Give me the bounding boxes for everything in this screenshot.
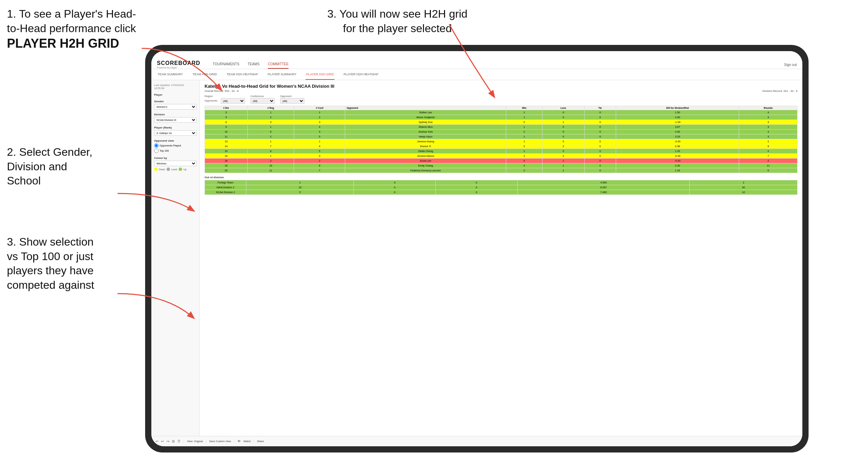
nav-committee[interactable]: COMMITTEE	[268, 62, 289, 69]
nav-teams[interactable]: TEAMS	[248, 62, 260, 69]
cell-div: 13	[205, 139, 248, 144]
cell-tie: 0	[584, 149, 616, 154]
opponents-played-option[interactable]: Opponents Played	[154, 143, 197, 148]
logo-sub: Powered by clippd	[157, 66, 200, 69]
col-header-rounds: Rounds	[739, 106, 798, 110]
cell-loss: 2	[542, 154, 584, 159]
tablet-frame: SCOREBOARD Powered by clippd TOURNAMENTS…	[145, 45, 809, 452]
cell-tie: 0	[584, 125, 616, 130]
table-row: 15 8 5 Stella Cheng 1 0 0 1.25 4	[205, 149, 798, 154]
cell-opponent: Heejo Hyun	[345, 134, 506, 139]
cell-rounds: 4	[739, 130, 798, 134]
sign-out-link[interactable]: Sign out	[784, 63, 797, 69]
table-header-row: # Div # Reg # Conf Opponent Win Loss Tie…	[205, 106, 798, 110]
sub-nav-team-h2h-heatmap[interactable]: TEAM H2H HEATMAP	[226, 69, 259, 80]
save-custom-btn[interactable]: Save Custom View	[209, 440, 231, 443]
sub-nav-player-h2h-heatmap[interactable]: PLAYER H2H HEATMAP	[343, 69, 379, 80]
watch-btn[interactable]: Watch	[244, 440, 251, 443]
cell-tie: 0	[584, 139, 616, 144]
cell-div: 15	[205, 149, 248, 154]
cell-loss: 0	[542, 149, 584, 154]
cell-diff: 4.00	[616, 130, 739, 134]
cell-out-diff: 4.500	[517, 180, 690, 185]
toolbar-sep3: |	[234, 440, 235, 443]
col-header-reg: # Reg	[247, 106, 294, 110]
toolbar-sep2: |	[206, 440, 206, 443]
app-container: SCOREBOARD Powered by clippd TOURNAMENTS…	[151, 51, 802, 446]
cell-reg: 2	[247, 115, 294, 120]
cell-out-win: 15	[246, 185, 354, 190]
cell-rounds: 11	[739, 163, 798, 168]
cell-win: 1	[506, 115, 542, 120]
opponents-played-radio[interactable]	[154, 143, 159, 148]
col-header-diff: Diff Av Strokes/Rnd	[616, 106, 739, 110]
player-rank-select[interactable]: 8. Katelyn Vo	[154, 130, 197, 136]
cell-win: 4	[506, 163, 542, 168]
cell-tie: 0	[584, 130, 616, 134]
cell-loss: 1	[542, 163, 584, 168]
cell-opponent: Federica Domecq Lacroze	[345, 168, 506, 173]
colour-label-down: Down	[159, 168, 165, 171]
cell-loss: 0	[542, 110, 584, 115]
sub-nav-player-h2h-grid[interactable]: PLAYER H2H GRID	[305, 69, 334, 80]
cell-reg: 3	[247, 120, 294, 125]
cell-win: 2	[506, 168, 542, 173]
sub-nav-player-summary[interactable]: PLAYER SUMMARY	[267, 69, 297, 80]
cell-div: 16	[205, 154, 248, 159]
cell-opponent: Sydney Kuo	[345, 120, 506, 125]
cell-tie: 0	[584, 159, 616, 163]
top-100-radio[interactable]	[154, 149, 159, 153]
table-row: 14 7 4 Eunice Yi 2 2 0 0.38 9	[205, 144, 798, 149]
division-select[interactable]: NCAA Division III	[154, 117, 197, 123]
opponents-select[interactable]: (All)	[221, 98, 245, 104]
redo-icon[interactable]: ↪	[167, 439, 169, 443]
cell-conf: 3	[294, 130, 345, 134]
top-100-option[interactable]: Top 100	[154, 149, 197, 153]
cell-loss: 1	[542, 159, 584, 163]
toolbar-sep1: |	[183, 440, 184, 443]
table-row: 19 10 6 Emily Chang 4 1 0 0.30 11	[205, 163, 798, 168]
copy-icon[interactable]: ⧉	[172, 439, 174, 444]
table-row: 3 1 1 Esther Lee 1 0 0 1.50 4	[205, 110, 798, 115]
division-section: Division NCAA Division III	[154, 113, 197, 123]
logo-text: SCOREBOARD	[157, 60, 200, 66]
cell-out-win: 1	[246, 180, 354, 185]
share-btn[interactable]: Share	[257, 440, 264, 443]
colour-dot-level	[167, 168, 170, 171]
cell-reg: 2	[247, 159, 294, 163]
cell-win: 1	[506, 110, 542, 115]
instruction-mid-left: 2. Select Gender, Division and School	[7, 145, 131, 188]
cell-loss: 0	[542, 139, 584, 144]
colour-by-label: Colour by	[154, 156, 197, 160]
view-original-btn[interactable]: View: Original	[187, 440, 203, 443]
cell-rounds: 2	[739, 139, 798, 144]
sub-nav-team-h2h-grid[interactable]: TEAM H2H GRID	[192, 69, 218, 80]
cell-diff: -3.00	[616, 139, 739, 144]
grid-record-row: Overall Record: 353 - 34 - 6 Division Re…	[205, 89, 798, 93]
division-record: Division Record: 331 - 34 - 6	[763, 89, 798, 93]
cell-out-label: Foreign Team	[205, 180, 246, 185]
nav-tournaments[interactable]: TOURNAMENTS	[213, 62, 239, 69]
player-section: Player	[154, 93, 197, 96]
undo-icon[interactable]: ↩	[155, 439, 158, 443]
cell-div: 9	[205, 125, 248, 130]
cell-loss: 2	[542, 144, 584, 149]
cell-win: 2	[506, 130, 542, 134]
opponent-select[interactable]: (All)	[280, 98, 304, 104]
sub-nav-team-summary[interactable]: TEAM SUMMARY	[157, 69, 183, 80]
cell-out-tie: 0	[436, 190, 518, 195]
instruction-top-left: 1. To see a Player's Head- to-Head perfo…	[7, 7, 138, 52]
conference-select[interactable]: (All)	[251, 98, 275, 104]
cell-div: 11	[205, 134, 248, 139]
table-row: 16 1 3 Jessica Mason 1 2 0 -0.94 7	[205, 154, 798, 159]
clock-icon[interactable]: ⏱	[177, 439, 181, 443]
cell-opponent: Sharon Mun	[345, 125, 506, 130]
cell-rounds: 3	[739, 120, 798, 125]
col-header-tie: Tie	[584, 106, 616, 110]
cell-out-rounds: 30	[690, 185, 798, 190]
table-row: 18 2 2 Euna Lee 0 1 0 -5.00 2	[205, 159, 798, 163]
colour-by-select[interactable]: Win/loss	[154, 161, 197, 166]
gender-select[interactable]: Women's	[154, 104, 197, 109]
cell-conf: 6	[294, 163, 345, 168]
undo2-icon[interactable]: ↩	[161, 439, 164, 443]
